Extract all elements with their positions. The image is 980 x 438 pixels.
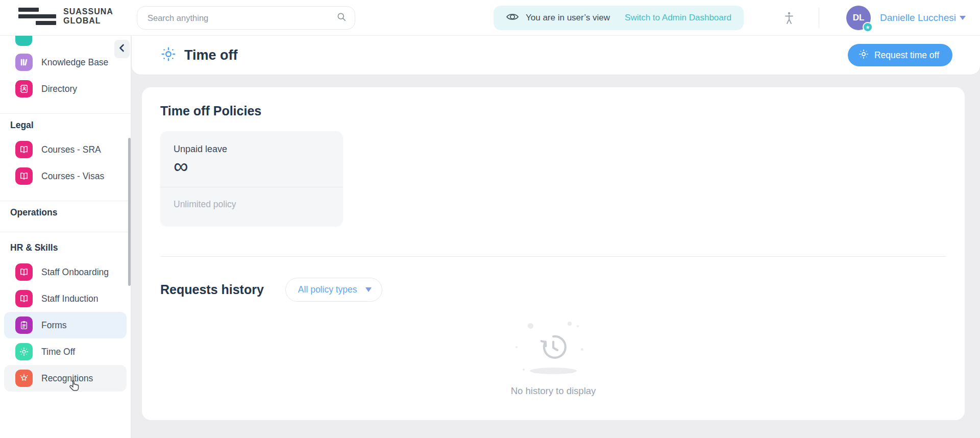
sidebar-item-label: Courses - SRA <box>41 144 101 155</box>
sidebar-section-operations: Operations <box>0 201 131 224</box>
policy-card-unpaid-leave[interactable]: Unpaid leave ∞ Unlimited policy <box>160 131 343 226</box>
sun-icon <box>160 46 177 64</box>
user-avatar[interactable]: DL ★ <box>846 6 871 30</box>
sidebar-item-forms[interactable]: Forms <box>4 312 127 338</box>
sidebar-item-label: Staff Induction <box>41 294 99 304</box>
policies-heading: Time off Policies <box>160 104 946 118</box>
star-icon <box>15 370 33 387</box>
open-book-icon <box>15 290 33 307</box>
books-icon <box>15 54 33 71</box>
user-view-banner: You are in user’s view Switch to Admin D… <box>494 6 744 30</box>
icon-shadow <box>530 368 577 374</box>
sidebar-nav: Knowledge Base Directory Legal <box>0 36 131 438</box>
header-divider <box>819 8 819 28</box>
chevron-left-icon <box>118 43 126 55</box>
global-search <box>137 6 355 30</box>
infinity-icon: ∞ <box>174 157 330 175</box>
sidebar-item-time-off[interactable]: Time Off <box>4 338 127 365</box>
open-book-icon <box>15 141 33 158</box>
policy-name: Unpaid leave <box>174 144 330 155</box>
eye-icon <box>506 11 519 25</box>
sidebar-divider <box>0 232 131 232</box>
sidebar-item-knowledge-base[interactable]: Knowledge Base <box>4 49 127 76</box>
sidebar-item-label: Forms <box>41 320 67 331</box>
clipboard-icon <box>15 317 33 334</box>
search-input[interactable] <box>148 13 336 23</box>
sidebar-collapse-button[interactable] <box>114 40 130 58</box>
avatar-star-badge: ★ <box>863 22 873 32</box>
sidebar-item-label: Knowledge Base <box>41 57 108 68</box>
open-book-icon <box>15 263 33 281</box>
time-off-card: Time off Policies Unpaid leave ∞ Unlimit… <box>142 87 965 420</box>
banner-message: You are in user’s view <box>526 13 610 23</box>
main-content: Time off Request time off Time off Polic… <box>132 36 980 438</box>
sidebar-item-label: Time Off <box>41 347 75 357</box>
top-header: SUASSUNA GLOBAL You are in user’s view S… <box>0 0 980 36</box>
user-name[interactable]: Danielle Lucchesi <box>880 12 956 23</box>
sidebar-item-label: Staff Onboarding <box>41 267 109 278</box>
accessibility-icon[interactable] <box>783 11 795 27</box>
sidebar-scrollbar[interactable] <box>128 138 131 286</box>
page-header: Time off Request time off <box>132 36 980 75</box>
history-empty-state: No history to display <box>492 331 615 397</box>
brand-logo-icon <box>18 8 56 25</box>
request-time-off-button[interactable]: Request time off <box>848 44 952 66</box>
policy-type-filter-dropdown[interactable]: All policy types <box>285 278 382 302</box>
page-title: Time off <box>184 47 238 63</box>
sidebar-item-courses-visas[interactable]: Courses - Visas <box>4 163 127 189</box>
sidebar-item-courses-sra[interactable]: Courses - SRA <box>4 136 127 163</box>
sun-icon <box>858 48 869 62</box>
history-heading: Requests history <box>160 282 264 297</box>
history-clock-icon <box>537 356 570 365</box>
user-menu-chevron-down-icon[interactable] <box>960 16 966 20</box>
brand-name: SUASSUNA GLOBAL <box>63 7 113 26</box>
sun-icon <box>15 343 33 360</box>
sidebar-section-hr-skills: HR & Skills <box>0 236 131 259</box>
sidebar-item-label: Directory <box>41 84 77 94</box>
chevron-down-icon <box>365 287 372 292</box>
open-book-icon <box>15 167 33 185</box>
sidebar-item-label: Courses - Visas <box>41 171 104 182</box>
empty-message: No history to display <box>492 385 615 397</box>
sidebar-item-staff-onboarding[interactable]: Staff Onboarding <box>4 259 127 285</box>
request-button-label: Request time off <box>874 50 939 61</box>
section-divider <box>160 256 946 257</box>
sidebar-section-legal: Legal <box>0 114 131 136</box>
switch-to-admin-link[interactable]: Switch to Admin Dashboard <box>625 13 731 23</box>
sidebar-item-label: Recognitions <box>41 373 93 384</box>
clipped-nav-icon <box>15 36 32 46</box>
brand-logo[interactable]: SUASSUNA GLOBAL <box>18 7 113 26</box>
contact-book-icon <box>15 80 33 98</box>
sidebar-item-staff-induction[interactable]: Staff Induction <box>4 285 127 312</box>
sidebar-item-directory[interactable]: Directory <box>4 76 127 102</box>
sidebar-item-recognitions[interactable]: Recognitions <box>4 365 127 392</box>
search-icon <box>336 12 347 24</box>
policy-type: Unlimited policy <box>160 187 343 222</box>
filter-selected-value: All policy types <box>298 284 357 295</box>
